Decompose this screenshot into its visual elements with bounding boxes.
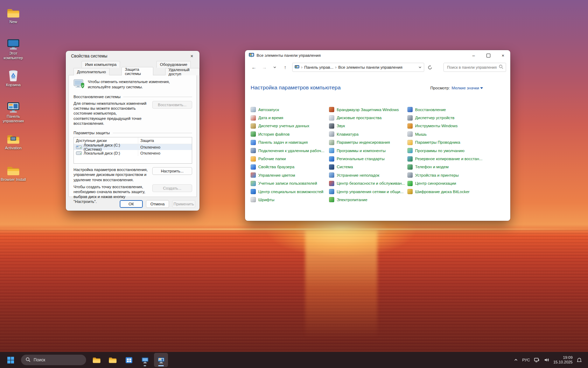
desktop-icon-computer[interactable]: Этот компьютер [0,35,27,65]
create-button[interactable]: Создать... [152,184,192,192]
cp-item-internet-options[interactable]: Свойства браузера [251,163,329,171]
forward-button[interactable]: → [260,63,269,72]
file-explorer-button[interactable] [90,353,104,367]
time-label: 19:09 [563,355,573,360]
cp-item-programs-features[interactable]: Программы и компоненты [329,146,407,155]
desktop-icon-folder[interactable]: New [0,4,27,33]
desktop-icon-control-panel[interactable]: Панель управления [0,98,27,128]
cp-item-user-accounts[interactable]: Учетные записи пользователей [251,179,329,188]
search-icon [499,64,503,70]
cp-item-devices-printers[interactable]: Устройства и принтеры [407,171,486,179]
desktop-icon-recycle-bin[interactable]: Корзина [0,67,27,96]
date-time-icon [251,115,256,121]
cp-item-device-manager[interactable]: Диспетчер устройств [407,114,486,122]
clock[interactable]: 19:09 15.10.2025 [553,355,573,364]
color-management-icon [251,172,256,178]
group-label: Восстановление системы [74,95,120,99]
cp-item-label: Центр безопасности и обслуживан... [337,181,405,185]
drive-icon [76,145,82,149]
cp-item-default-programs[interactable]: Программы по умолчанию [407,146,486,155]
cp-item-bitlocker[interactable]: Шифрование диска BitLocker [407,188,486,196]
cp-item-system[interactable]: Система [329,163,407,171]
cp-item-work-folders[interactable]: Рабочие папки [251,155,329,163]
cp-item-label: Параметры индексирования [337,140,390,144]
desktop-icon-folder-files[interactable]: Activation [0,130,27,159]
close-icon[interactable]: × [187,52,197,60]
create-description: Чтобы создать точку восстановления, необ… [74,184,149,204]
cp-item-keyboard[interactable]: Клавиатура [329,130,407,138]
cp-item-file-history[interactable]: История файлов [251,130,329,138]
disk-row[interactable]: Локальный диск (C:) (Система)Отключено [74,144,192,150]
recovery-icon [407,107,413,112]
control-panel-task-button[interactable] [154,353,168,367]
cp-item-storage-spaces[interactable]: Дисковые пространства [329,114,407,122]
up-button[interactable]: ↑ [280,63,290,72]
tab-computer-name[interactable]: Имя компьютера [82,61,120,68]
cp-item-fonts[interactable]: Шрифты [251,196,329,204]
view-by-dropdown[interactable]: Мелкие значки [451,86,483,90]
breadcrumb-segment-all-items[interactable]: Все элементы панели управления [338,65,402,69]
tab-remote[interactable]: Удаленный доступ [165,68,200,75]
address-dropdown-icon[interactable] [418,66,422,69]
taskbar-search[interactable]: Поиск [21,355,86,365]
tab-advanced[interactable]: Дополнительно [74,68,110,75]
maximize-button[interactable] [481,50,496,61]
cp-item-label: Программы и компоненты [337,149,386,153]
cp-item-credential-manager[interactable]: Диспетчер учетных данных [251,122,329,130]
tab-hardware[interactable]: Оборудование [156,61,191,68]
cp-item-indexing-options[interactable]: Параметры индексирования [329,138,407,146]
language-indicator[interactable]: РУС [522,358,530,362]
cp-item-region[interactable]: Региональные стандарты [329,155,407,163]
folder-app-button[interactable] [106,353,120,367]
cp-item-date-time[interactable]: Дата и время [251,114,329,122]
cp-item-network-sharing[interactable]: Центр управления сетями и общи... [329,188,407,196]
cp-item-power-options[interactable]: Электропитание [329,196,407,204]
store-app-button[interactable] [122,353,136,367]
cp-item-backup-restore[interactable]: Резервное копирование и восстан... [407,155,486,163]
cp-item-autoplay[interactable]: Автозапуск [251,105,329,114]
search-input[interactable] [446,65,499,70]
restore-button[interactable]: Восстановить... [152,101,192,109]
chevron-down-icon [480,87,483,89]
device-manager-icon [407,115,413,121]
back-button[interactable]: ← [249,63,259,72]
cp-item-sync-center[interactable]: Центр синхронизации [407,179,486,188]
close-button[interactable]: × [496,50,510,61]
cp-item-security-maintenance[interactable]: Центр безопасности и обслуживан... [329,179,407,188]
breadcrumb-segment-control-panel[interactable]: Панель управ... [304,65,333,69]
cp-item-label: Управление цветом [258,173,295,177]
notification-bell-icon[interactable] [577,357,582,363]
cp-item-phone-modem[interactable]: Телефон и модем [407,163,486,171]
network-icon[interactable] [534,357,540,362]
fonts-icon [251,197,256,202]
cp-item-ease-of-access[interactable]: Центр специальных возможностей [251,188,329,196]
cp-item-recovery[interactable]: Восстановление [407,105,486,114]
cp-item-label: Резервное копирование и восстан... [415,157,482,161]
cp-item-color-management[interactable]: Управление цветом [251,171,329,179]
cp-item-remoteapp[interactable]: Подключения к удаленным рабоч... [251,146,329,155]
disk-row[interactable]: Локальный диск (D:)Отключено [74,150,192,156]
cp-item-label: Устройства и принтеры [415,173,459,177]
cp-item-taskbar-navigation[interactable]: Панель задач и навигация [251,138,329,146]
cp-item-firewall[interactable]: Брандмауэр Защитника Windows [329,105,407,114]
minimize-button[interactable]: – [466,50,481,61]
recent-locations-dropdown[interactable] [270,63,280,72]
cp-item-sound[interactable]: Звук [329,122,407,130]
refresh-button[interactable] [425,63,435,72]
cp-item-windows-tools[interactable]: Инструменты Windows [407,122,486,130]
cp-item-mouse[interactable]: Мышь [407,130,486,138]
tab-system-protection[interactable]: Защита системы [121,67,153,75]
start-button[interactable] [4,353,18,367]
cp-item-label: Диспетчер устройств [415,116,454,120]
configure-button[interactable]: Настроить... [152,167,192,175]
windows-tools-icon [407,123,413,129]
programs-features-icon [329,148,334,153]
tray-chevron-up-icon[interactable] [514,358,518,362]
system-properties-task-button[interactable] [138,353,152,367]
cp-item-explorer-options[interactable]: Параметры Проводника [407,138,486,146]
cp-item-troubleshooting[interactable]: Устранение неполадок [329,171,407,179]
cp-item-label: Свойства браузера [258,165,294,169]
volume-icon[interactable] [544,357,549,362]
cp-item-label: Учетные записи пользователей [258,181,317,185]
desktop-icon-folder[interactable]: Browser Install [0,161,27,191]
